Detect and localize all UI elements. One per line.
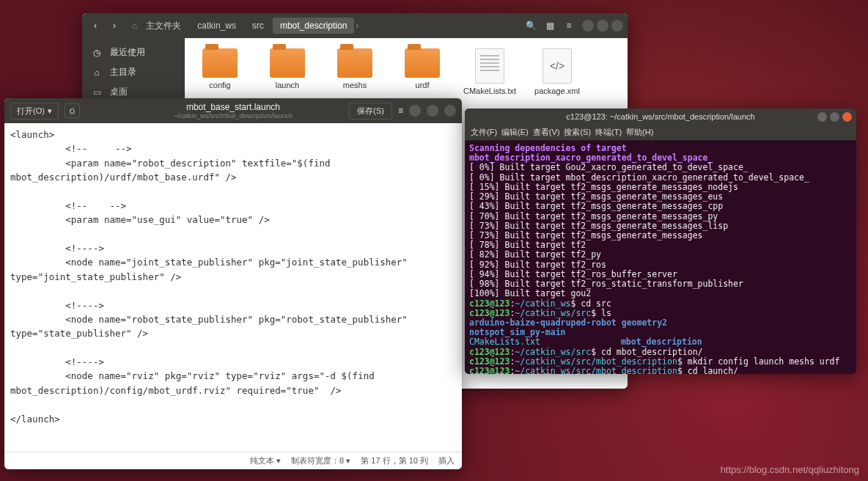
maximize-button[interactable] (597, 20, 608, 32)
maximize-button[interactable] (427, 105, 438, 117)
close-button[interactable] (611, 20, 623, 32)
menu-view[interactable]: 查看(V) (533, 127, 560, 138)
breadcrumb-item[interactable]: catkin_ws (190, 18, 243, 34)
sidebar-item-home[interactable]: ⌂主目录 (82, 62, 185, 82)
sidebar-item-recent[interactable]: ◷最近使用 (82, 43, 185, 62)
new-tab-button[interactable]: ⎙ (65, 103, 80, 118)
minimize-button[interactable] (817, 112, 827, 122)
folder-icon (337, 48, 372, 78)
search-icon[interactable]: 🔍 (522, 16, 540, 35)
gedit-window: 打开(O) ▾ ⎙ mbot_base_start.launch ~/catki… (4, 98, 462, 469)
chevron-down-icon: ▾ (48, 106, 52, 116)
gedit-title: mbot_base_start.launch (174, 102, 293, 112)
terminal-window: c123@123: ~/catkin_ws/src/mbot_descripti… (465, 109, 856, 374)
view-grid-icon[interactable]: ▦ (541, 16, 559, 35)
breadcrumb-item[interactable]: 主文件夹 (139, 17, 188, 35)
clock-icon: ◷ (91, 47, 103, 59)
cursor-position: 第 17 行，第 10 列 (361, 455, 428, 466)
tab-width-dropdown[interactable]: 制表符宽度：8 ▾ (291, 455, 350, 466)
terminal-menubar: 文件(F) 编辑(E) 查看(V) 搜索(S) 终端(T) 帮助(H) (465, 125, 856, 141)
menu-edit[interactable]: 编辑(E) (501, 127, 529, 138)
folder-icon (405, 48, 440, 78)
nav-back-button[interactable]: ‹ (87, 16, 104, 35)
file-cmakelists[interactable]: CMakeLists.txt (465, 48, 515, 95)
maximize-button[interactable] (830, 112, 839, 122)
nav-forward-button[interactable]: › (106, 16, 123, 35)
gedit-text-area[interactable]: <launch> <!-- --> <param name="robot_des… (4, 123, 462, 452)
open-button[interactable]: 打开(O) ▾ (10, 103, 59, 120)
minimize-button[interactable] (409, 105, 421, 117)
close-button[interactable] (842, 112, 852, 122)
syntax-mode-dropdown[interactable]: 纯文本 ▾ (250, 455, 281, 466)
close-button[interactable] (444, 105, 456, 117)
gedit-statusbar: 纯文本 ▾ 制表符宽度：8 ▾ 第 17 行，第 10 列 插入 (4, 452, 462, 469)
folder-meshs[interactable]: meshs (330, 48, 380, 89)
terminal-titlebar: c123@123: ~/catkin_ws/src/mbot_descripti… (465, 109, 856, 125)
menu-search[interactable]: 搜索(S) (564, 127, 591, 138)
folder-launch[interactable]: launch (262, 48, 312, 89)
chevron-right-icon: › (356, 21, 358, 31)
home-icon: ⌂ (91, 67, 103, 78)
folder-icon (270, 48, 305, 78)
gedit-subtitle: ~/catkin_ws/src/mbot_description/launch (174, 112, 293, 120)
text-file-icon (475, 48, 504, 84)
file-package-xml[interactable]: </>package.xml (532, 48, 582, 95)
menu-help[interactable]: 帮助(H) (626, 127, 653, 138)
folder-urdf[interactable]: urdf (397, 48, 447, 89)
minimize-button[interactable] (582, 20, 594, 32)
file-manager-toolbar: ‹ › ⌂ 主文件夹 catkin_ws src mbot_descriptio… (82, 13, 628, 38)
folder-config[interactable]: config (195, 48, 245, 89)
gedit-headerbar: 打开(O) ▾ ⎙ mbot_base_start.launch ~/catki… (4, 98, 462, 123)
home-icon: ⌂ (132, 21, 137, 31)
watermark-text: https://blog.csdn.net/qqliuzhitong (721, 464, 859, 475)
xml-file-icon: </> (542, 48, 572, 84)
insert-mode: 插入 (438, 455, 455, 466)
desktop-icon: ▭ (91, 87, 103, 98)
terminal-output[interactable]: Scanning dependencies of target mbot_des… (465, 141, 856, 374)
menu-icon[interactable]: ≡ (560, 16, 578, 35)
menu-terminal[interactable]: 终端(T) (595, 127, 622, 138)
menu-file[interactable]: 文件(F) (471, 127, 497, 138)
folder-icon (202, 48, 238, 78)
hamburger-icon[interactable]: ≡ (398, 106, 403, 116)
save-button[interactable]: 保存(S) (349, 103, 392, 120)
breadcrumb-item-active[interactable]: mbot_description (273, 18, 354, 34)
breadcrumb-item[interactable]: src (245, 18, 271, 34)
